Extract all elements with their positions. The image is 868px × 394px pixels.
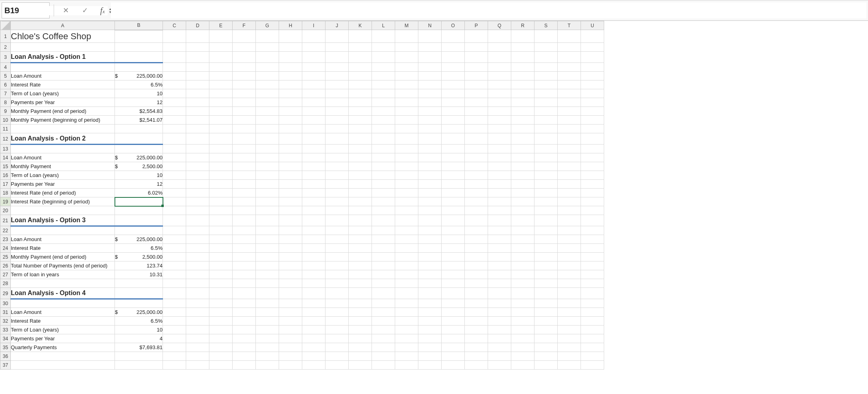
cell-M7[interactable] [395, 89, 418, 98]
cell-D6[interactable] [186, 80, 209, 89]
cell-I9[interactable] [302, 107, 326, 116]
cell-M5[interactable] [395, 72, 418, 80]
cell-A15[interactable]: Monthly Payment [11, 162, 115, 171]
cell-F30[interactable] [233, 299, 256, 308]
cell-T31[interactable] [558, 308, 581, 317]
cell-T29[interactable] [558, 288, 581, 299]
cell-M33[interactable] [395, 326, 418, 334]
cell-A13[interactable] [11, 145, 115, 153]
cell-P18[interactable] [465, 189, 488, 197]
cell-L37[interactable] [372, 361, 395, 370]
cell-S12[interactable] [534, 133, 558, 145]
cell-H21[interactable] [279, 215, 302, 226]
cell-A33[interactable]: Term of Loan (years) [11, 326, 115, 334]
cell-K29[interactable] [349, 288, 372, 299]
cell-B24[interactable]: 6.5% [115, 244, 163, 253]
cell-D24[interactable] [186, 244, 209, 253]
cell-E27[interactable] [209, 270, 233, 279]
cell-R16[interactable] [511, 171, 534, 180]
cell-G9[interactable] [256, 107, 279, 116]
cell-D31[interactable] [186, 308, 209, 317]
cell-O7[interactable] [442, 89, 465, 98]
cell-U5[interactable] [581, 72, 604, 80]
cell-N8[interactable] [418, 98, 442, 107]
cell-P22[interactable] [465, 226, 488, 235]
cell-O8[interactable] [442, 98, 465, 107]
cell-F17[interactable] [233, 180, 256, 189]
cell-P29[interactable] [465, 288, 488, 299]
cell-I7[interactable] [302, 89, 326, 98]
cell-U30[interactable] [581, 299, 604, 308]
cell-O22[interactable] [442, 226, 465, 235]
cell-R36[interactable] [511, 352, 534, 361]
cell-G16[interactable] [256, 171, 279, 180]
cell-Q4[interactable] [488, 63, 511, 72]
cell-T23[interactable] [558, 235, 581, 244]
cell-K25[interactable] [349, 253, 372, 261]
cell-A31[interactable]: Loan Amount [11, 308, 115, 317]
cell-N20[interactable] [418, 206, 442, 215]
cell-G22[interactable] [256, 226, 279, 235]
cell-J37[interactable] [326, 361, 349, 370]
cell-B25[interactable]: $2,500.00 [115, 253, 163, 261]
cell-M8[interactable] [395, 98, 418, 107]
cell-E9[interactable] [209, 107, 233, 116]
cell-R23[interactable] [511, 235, 534, 244]
cell-U21[interactable] [581, 215, 604, 226]
cell-P6[interactable] [465, 80, 488, 89]
cell-D35[interactable] [186, 343, 209, 352]
cell-F2[interactable] [233, 43, 256, 52]
cell-H15[interactable] [279, 162, 302, 171]
cell-F32[interactable] [233, 317, 256, 326]
cell-B5[interactable]: $225,000.00 [115, 72, 163, 80]
cell-Q33[interactable] [488, 326, 511, 334]
cell-H3[interactable] [279, 52, 302, 63]
cell-R37[interactable] [511, 361, 534, 370]
cell-R15[interactable] [511, 162, 534, 171]
cell-E15[interactable] [209, 162, 233, 171]
row-header[interactable]: 12 [0, 133, 11, 145]
row-header[interactable]: 37 [0, 361, 11, 370]
cell-M25[interactable] [395, 253, 418, 261]
cell-H14[interactable] [279, 153, 302, 162]
cell-D23[interactable] [186, 235, 209, 244]
cell-L27[interactable] [372, 270, 395, 279]
cell-I30[interactable] [302, 299, 326, 308]
cell-T16[interactable] [558, 171, 581, 180]
cell-N28[interactable] [418, 279, 442, 288]
cell-Q15[interactable] [488, 162, 511, 171]
cell-E20[interactable] [209, 206, 233, 215]
cell-B15[interactable]: $2,500.00 [115, 162, 163, 171]
cell-E11[interactable] [209, 125, 233, 133]
cell-A27[interactable]: Term of loan in years [11, 270, 115, 279]
cell-L7[interactable] [372, 89, 395, 98]
cell-S24[interactable] [534, 244, 558, 253]
cell-G14[interactable] [256, 153, 279, 162]
cell-Q25[interactable] [488, 253, 511, 261]
cell-L23[interactable] [372, 235, 395, 244]
cell-B14[interactable]: $225,000.00 [115, 153, 163, 162]
cell-F4[interactable] [233, 63, 256, 72]
cell-O27[interactable] [442, 270, 465, 279]
cell-I28[interactable] [302, 279, 326, 288]
cell-Q22[interactable] [488, 226, 511, 235]
cell-P32[interactable] [465, 317, 488, 326]
cell-M27[interactable] [395, 270, 418, 279]
cell-I32[interactable] [302, 317, 326, 326]
spreadsheet-grid[interactable]: ABCDEFGHIJKLMNOPQRSTU 1Chloe's Coffee Sh… [0, 21, 868, 394]
cell-A24[interactable]: Interest Rate [11, 244, 115, 253]
row-header[interactable]: 5 [0, 72, 11, 80]
cell-B2[interactable] [115, 43, 163, 52]
cell-F28[interactable] [233, 279, 256, 288]
cell-S29[interactable] [534, 288, 558, 299]
cell-S16[interactable] [534, 171, 558, 180]
cell-R27[interactable] [511, 270, 534, 279]
cell-S1[interactable] [534, 30, 558, 43]
cell-H6[interactable] [279, 80, 302, 89]
cell-H22[interactable] [279, 226, 302, 235]
cell-U2[interactable] [581, 43, 604, 52]
row-header[interactable]: 4 [0, 63, 11, 72]
cell-T7[interactable] [558, 89, 581, 98]
cell-N9[interactable] [418, 107, 442, 116]
cell-G13[interactable] [256, 145, 279, 153]
